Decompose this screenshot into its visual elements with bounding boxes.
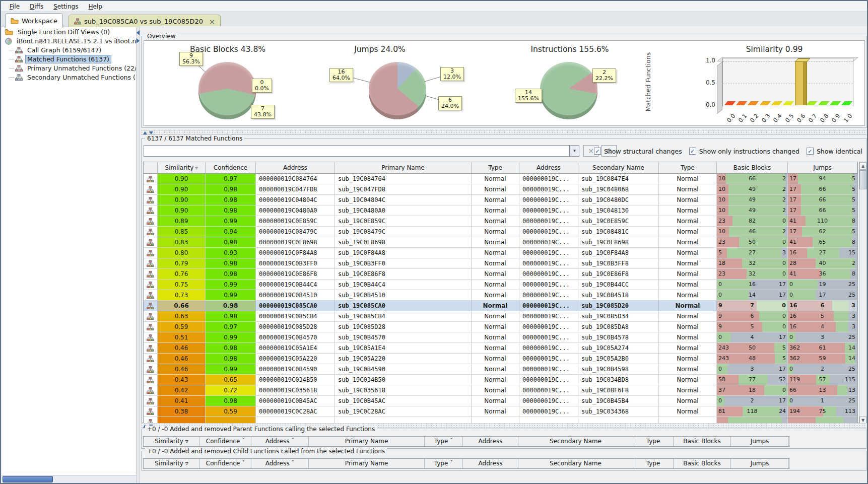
table-row[interactable]: 0.510.99000000019C0B4570sub_19C0B4570Nor…: [144, 332, 857, 343]
table-row[interactable]: 0.460.98000000019C05A220sub_19C05A220Nor…: [144, 354, 857, 364]
column-header-basic-blocks[interactable]: Basic Blocks: [717, 162, 788, 173]
close-icon[interactable]: ×: [209, 18, 215, 26]
column-header-similarity[interactable]: Similarity ▿: [144, 459, 200, 468]
checkbox-show-identical[interactable]: ✓Show identical: [807, 148, 862, 155]
table-row[interactable]: 0.420.72000000019C035618sub_19C035618Nor…: [144, 385, 857, 396]
column-header-type[interactable]: Type ˇ: [425, 437, 463, 446]
table-row[interactable]: 0.630.98000000019C085CB4sub_19C085CB4Nor…: [144, 311, 857, 322]
column-header-jumps[interactable]: Jumps: [788, 162, 857, 173]
checkbox-box[interactable]: ✓: [807, 148, 814, 155]
scrollbar-thumb[interactable]: [3, 476, 53, 482]
column-header-type[interactable]: Type ˇ: [425, 459, 463, 468]
table-row[interactable]: 0.900.98000000019C0480A0sub_19C0480A0Nor…: [144, 205, 857, 216]
cell-address-primary: 000000019C04804C: [256, 195, 335, 205]
column-header-similarity[interactable]: Similarity ▿: [158, 162, 206, 173]
splitter-down-icon[interactable]: [149, 131, 153, 134]
sidebar-item-secondary-unmatched-functions-10-61[interactable]: Secondary Unmatched Functions (10/61: [2, 73, 136, 82]
sidebar-item-label: Primary Unmatched Functions (22/6159): [25, 64, 136, 73]
column-header-confidence[interactable]: Confidence: [206, 162, 256, 173]
table-row[interactable]: 0.730.99000000019C0B4510sub_19C0B4510Nor…: [144, 290, 857, 301]
table-row[interactable]: 0.380.59000000019C0C28ACsub_19C0C28ACNor…: [144, 406, 857, 417]
tab-workspace[interactable]: Workspace: [5, 13, 63, 28]
filter-input[interactable]: [144, 145, 570, 157]
table-row[interactable]: 0.900.97000000019C084764sub_19C084764Nor…: [144, 174, 857, 184]
column-header-confidence[interactable]: Confidence ˇ: [200, 437, 251, 446]
table-row[interactable]: 0.850.94000000019C08479Csub_19C08479CNor…: [144, 227, 857, 237]
column-header-type[interactable]: Type: [659, 162, 717, 173]
menu-item-file[interactable]: File: [5, 2, 24, 11]
sidebar-item-primary-unmatched-functions-22-6159[interactable]: Primary Unmatched Functions (22/6159): [2, 64, 136, 73]
cell-primary-name: sub_19C0E859C: [335, 216, 472, 226]
cell-similarity: 0.90: [158, 184, 206, 194]
scrollbar-thumb[interactable]: [859, 170, 866, 189]
cell-type-primary: Normal: [472, 396, 519, 406]
column-header-address[interactable]: Address: [463, 437, 518, 446]
table-row[interactable]: 0.750.99000000019C0B44C4sub_19C0B44C4Nor…: [144, 280, 857, 290]
sidebar-item-iboot-n841-release-15-2-1-vs-iboot-n841-rel[interactable]: iBoot.n841.RELEASE.15.2.1 vs iBoot.n841.…: [2, 37, 136, 45]
table-row[interactable]: 0.830.98000000019C0E8698sub_19C0E8698Nor…: [144, 237, 857, 248]
table-row[interactable]: 0.760.98000000019C0E86F8sub_19C0E86F8Nor…: [144, 269, 857, 280]
column-header-basic-blocks[interactable]: Basic Blocks: [674, 437, 731, 446]
column-header-jumps[interactable]: Jumps: [731, 437, 789, 446]
sidebar-splitter[interactable]: [136, 27, 140, 483]
cell-basic-blocks: 0317: [717, 364, 788, 374]
table-row[interactable]: 0.460.99000000019C0B4590sub_19C0B4590Nor…: [144, 364, 857, 375]
column-header-address[interactable]: Address ˇ: [251, 437, 309, 446]
sidebar-item-single-function-diff-views-0[interactable]: Single Function Diff Views (0): [2, 28, 136, 36]
table-row[interactable]: 0.660.98000000019C085CA0sub_19C085CA0Nor…: [144, 301, 857, 311]
expand-right-icon[interactable]: [137, 38, 140, 43]
table-row[interactable]: 0.790.98000000019C0B3FF0sub_19C0B3FF0Nor…: [144, 258, 857, 269]
column-header-secondary-name[interactable]: Secondary Name: [518, 437, 633, 446]
segment-count: 119: [789, 375, 800, 385]
column-header-address[interactable]: Address: [256, 162, 335, 173]
column-header-primary-name[interactable]: Primary Name: [309, 459, 425, 468]
diff-database-icon: [5, 38, 12, 45]
table-row[interactable]: 0.800.93000000019C0F84A8sub_19C0F84A8Nor…: [144, 248, 857, 258]
scroll-up-icon[interactable]: ▲: [859, 162, 866, 170]
column-header-primary-name[interactable]: Primary Name: [309, 437, 425, 446]
column-header-type[interactable]: Type: [472, 162, 519, 173]
flow-graph-icon: [147, 398, 154, 404]
segment-matched: [726, 174, 785, 184]
segment-count: 5: [718, 248, 722, 258]
table-row[interactable]: 0.430.65000000019C034B50sub_19C034B50Nor…: [144, 375, 857, 385]
collapse-left-icon[interactable]: [137, 30, 140, 35]
sidebar-item-call-graph-6159-6147[interactable]: Call Graph (6159/6147): [2, 46, 136, 54]
filter-dropdown-button[interactable]: ▼: [570, 145, 579, 157]
table-row[interactable]: 0.900.98000000019C04804Csub_19C04804CNor…: [144, 195, 857, 205]
table-row[interactable]: 0.410.98000000019C0B45ACsub_19C0B45ACNor…: [144, 396, 857, 406]
checkbox-show-structural-changes[interactable]: ✓Show structural changes: [594, 148, 682, 155]
checkbox-show-only-instructions-changed[interactable]: ✓Show only instructions changed: [689, 148, 799, 155]
sidebar-item-matched-functions-6137[interactable]: Matched Functions (6137): [2, 55, 136, 63]
cell-address-primary: 000000019C0E86F8: [256, 269, 335, 279]
column-header-type[interactable]: Type: [633, 437, 674, 446]
column-header-similarity[interactable]: Similarity ▿: [144, 437, 200, 446]
menu-item-diffs[interactable]: Diffs: [25, 2, 48, 11]
cell-type-primary: Normal: [472, 280, 519, 290]
column-header-secondary-name[interactable]: Secondary Name: [518, 459, 633, 468]
checkbox-box[interactable]: ✓: [594, 148, 601, 155]
table-row[interactable]: 0.900.98000000019C047FD8sub_19C047FD8Nor…: [144, 184, 857, 195]
table-row[interactable]: 0.460.98000000019C05A1E4sub_19C05A1E4Nor…: [144, 343, 857, 354]
column-header-jumps[interactable]: Jumps: [731, 459, 789, 468]
column-header-basic-blocks[interactable]: Basic Blocks: [674, 459, 731, 468]
table-row[interactable]: 0.590.97000000019C085D28sub_19C085D28Nor…: [144, 322, 857, 332]
column-header-primary-name[interactable]: Primary Name: [335, 162, 472, 173]
column-header-address[interactable]: Address ˇ: [251, 459, 309, 468]
sidebar-horizontal-scrollbar[interactable]: [2, 475, 136, 483]
segment-count: 25: [848, 364, 855, 374]
sidebar-tree: Single Function Diff Views (0)iBoot.n841…: [2, 27, 136, 475]
menu-item-settings[interactable]: Settings: [49, 2, 83, 11]
table-vertical-scrollbar[interactable]: ▲ ▼: [859, 162, 867, 425]
table-row[interactable]: 0.890.99000000019C0E859Csub_19C0E859CNor…: [144, 216, 857, 227]
cell-secondary-name: sub_19C034BD8: [578, 375, 659, 385]
column-header-secondary-name[interactable]: Secondary Name: [578, 162, 659, 173]
horizontal-splitter[interactable]: [141, 130, 867, 135]
column-header-type[interactable]: Type: [633, 459, 674, 468]
column-header-address[interactable]: Address: [463, 459, 518, 468]
column-header-address[interactable]: Address: [519, 162, 578, 173]
menu-item-help[interactable]: Help: [84, 2, 106, 11]
column-header-confidence[interactable]: Confidence ˇ: [200, 459, 251, 468]
splitter-up-icon[interactable]: [143, 131, 147, 134]
checkbox-box[interactable]: ✓: [689, 148, 696, 155]
